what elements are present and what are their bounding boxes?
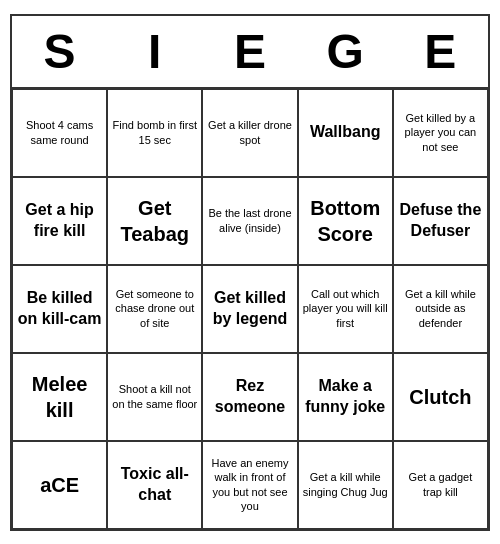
bingo-cell: Get Teabag — [107, 177, 202, 265]
bingo-cell: Find bomb in first 15 sec — [107, 89, 202, 177]
bingo-cell: Clutch — [393, 353, 488, 441]
bingo-cell: Shoot 4 cams same round — [12, 89, 107, 177]
bingo-grid: Shoot 4 cams same roundFind bomb in firs… — [12, 89, 488, 529]
bingo-cell: Get a killer drone spot — [202, 89, 297, 177]
header-letter: E — [396, 24, 484, 79]
bingo-cell: Have an enemy walk in front of you but n… — [202, 441, 297, 529]
bingo-cell: Get a hip fire kill — [12, 177, 107, 265]
header-letter: I — [111, 24, 199, 79]
bingo-cell: Wallbang — [298, 89, 393, 177]
bingo-cell: Call out which player you will kill firs… — [298, 265, 393, 353]
bingo-card: SIEGE Shoot 4 cams same roundFind bomb i… — [10, 14, 490, 531]
bingo-cell: Get a kill while singing Chug Jug — [298, 441, 393, 529]
header-letter: S — [16, 24, 104, 79]
bingo-cell: Get killed by a player you can not see — [393, 89, 488, 177]
bingo-cell: Be the last drone alive (inside) — [202, 177, 297, 265]
header-letter: G — [301, 24, 389, 79]
bingo-cell: Get a gadget trap kill — [393, 441, 488, 529]
bingo-cell: Get a kill while outside as defender — [393, 265, 488, 353]
bingo-cell: Melee kill — [12, 353, 107, 441]
bingo-cell: Bottom Score — [298, 177, 393, 265]
bingo-cell: Toxic all-chat — [107, 441, 202, 529]
bingo-cell: Defuse the Defuser — [393, 177, 488, 265]
bingo-cell: Make a funny joke — [298, 353, 393, 441]
bingo-cell: Rez someone — [202, 353, 297, 441]
bingo-cell: Get killed by legend — [202, 265, 297, 353]
bingo-cell: Shoot a kill not on the same floor — [107, 353, 202, 441]
bingo-header: SIEGE — [12, 16, 488, 89]
bingo-cell: Get someone to chase drone out of site — [107, 265, 202, 353]
bingo-cell: aCE — [12, 441, 107, 529]
bingo-cell: Be killed on kill-cam — [12, 265, 107, 353]
header-letter: E — [206, 24, 294, 79]
